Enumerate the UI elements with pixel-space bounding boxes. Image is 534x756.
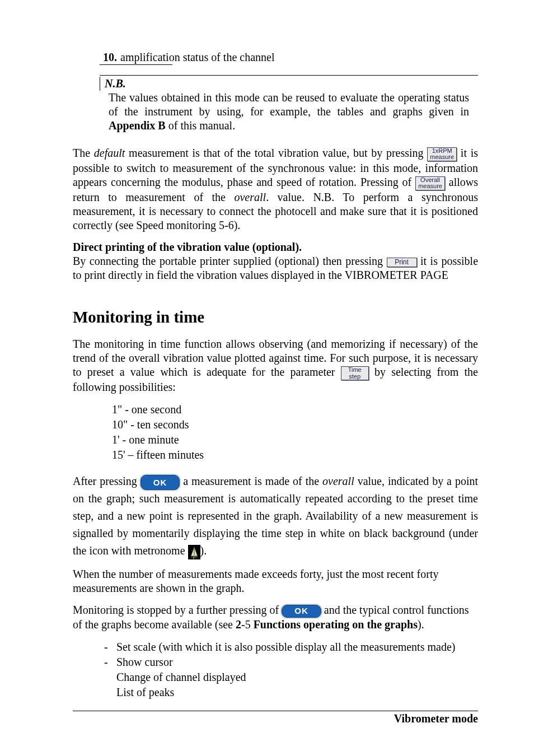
time-option: 1" - one second	[112, 402, 478, 417]
footer-rule	[73, 711, 478, 711]
time-option: 1' - one minute	[112, 432, 478, 447]
svg-text:1": 1"	[193, 556, 195, 559]
overall-word: overall	[234, 191, 266, 203]
after-pressing-paragraph: After pressing OK a measurement is made …	[73, 473, 478, 559]
paragraph-default-measurement: The default measurement is that of the t…	[73, 146, 478, 232]
nb-body: The values obtained in this mode can be …	[109, 91, 469, 133]
bullet-set-scale: Set scale (with which it is also possibl…	[101, 640, 478, 655]
bullet-list-peaks: List of peaks	[101, 685, 478, 700]
ok-button[interactable]: OK	[282, 605, 321, 618]
overall-word: overall	[322, 475, 354, 487]
direct-printing-body: By connecting the portable printer suppl…	[73, 254, 478, 282]
section-title-monitoring: Monitoring in time	[73, 307, 478, 327]
bullet-show-cursor: Show cursor	[101, 655, 478, 670]
bullet-change-channel: Change of channel displayed	[101, 670, 478, 685]
list-item-text: amplification status of the channel	[120, 51, 274, 63]
graph-functions-list: Set scale (with which it is also possibl…	[101, 640, 478, 700]
monitoring-intro: The monitoring in time function allows o…	[73, 337, 478, 394]
time-step-options: 1" - one second 10" - ten seconds 1' - o…	[112, 402, 478, 463]
forty-paragraph: When the number of measurements made exc…	[73, 567, 478, 595]
default-word: default	[94, 147, 125, 159]
direct-printing-heading: Direct printing of the vibration value (…	[73, 240, 478, 254]
metronome-icon: 1"	[188, 545, 200, 559]
list-item-10: amplification status of the channel	[103, 50, 478, 64]
time-option: 10" - ten seconds	[112, 417, 478, 432]
footer-text: Vibrometer mode	[394, 712, 478, 726]
print-button[interactable]: Print	[387, 258, 417, 267]
overall-measure-button[interactable]: Overallmeasure	[415, 176, 445, 190]
ok-button[interactable]: OK	[140, 475, 180, 490]
nb-header: N.B.	[100, 77, 126, 91]
time-option: 15' – fifteen minutes	[112, 447, 478, 463]
appendix-b-ref: Appendix B	[109, 119, 166, 132]
rpm-measure-button[interactable]: 1xRPMmeasure	[427, 147, 457, 161]
nb-rule-extension	[100, 64, 172, 65]
time-step-button[interactable]: Timestep	[341, 366, 369, 380]
monitoring-stop-paragraph: Monitoring is stopped by a further press…	[73, 603, 478, 632]
ordered-list: amplification status of the channel	[73, 50, 478, 64]
nb-box: N.B. The values obtained in this mode ca…	[100, 75, 478, 136]
